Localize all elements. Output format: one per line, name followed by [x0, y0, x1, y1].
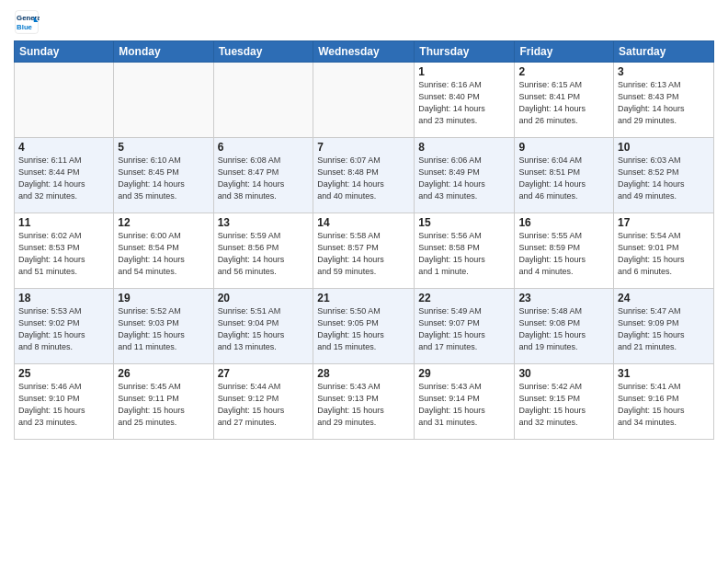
day-number: 26 — [118, 367, 209, 380]
day-number: 3 — [618, 65, 710, 78]
calendar-cell: 16Sunrise: 5:55 AM Sunset: 8:59 PM Dayli… — [515, 213, 614, 289]
day-number: 1 — [418, 65, 510, 78]
day-info: Sunrise: 5:46 AM Sunset: 9:10 PM Dayligh… — [18, 381, 109, 429]
day-number: 21 — [317, 292, 410, 304]
day-info: Sunrise: 5:44 AM Sunset: 9:12 PM Dayligh… — [218, 381, 310, 429]
day-info: Sunrise: 5:56 AM Sunset: 8:58 PM Dayligh… — [418, 230, 510, 278]
calendar-cell: 14Sunrise: 5:58 AM Sunset: 8:57 PM Dayli… — [313, 213, 415, 289]
week-row-4: 18Sunrise: 5:53 AM Sunset: 9:02 PM Dayli… — [15, 289, 714, 364]
calendar-cell — [313, 63, 415, 138]
day-info: Sunrise: 6:03 AM Sunset: 8:52 PM Dayligh… — [618, 155, 710, 202]
weekday-header-tuesday: Tuesday — [213, 41, 313, 63]
day-info: Sunrise: 5:49 AM Sunset: 9:07 PM Dayligh… — [418, 305, 510, 353]
weekday-header-monday: Monday — [114, 41, 213, 63]
day-number: 5 — [118, 141, 209, 154]
calendar-cell: 5Sunrise: 6:10 AM Sunset: 8:45 PM Daylig… — [114, 138, 213, 213]
day-number: 11 — [18, 216, 109, 229]
day-info: Sunrise: 5:48 AM Sunset: 9:08 PM Dayligh… — [518, 305, 609, 353]
day-number: 25 — [18, 367, 109, 380]
day-info: Sunrise: 5:59 AM Sunset: 8:56 PM Dayligh… — [218, 230, 310, 278]
day-info: Sunrise: 5:54 AM Sunset: 9:01 PM Dayligh… — [618, 230, 710, 278]
day-number: 24 — [618, 292, 710, 304]
calendar-cell: 3Sunrise: 6:13 AM Sunset: 8:43 PM Daylig… — [614, 63, 714, 138]
day-info: Sunrise: 5:51 AM Sunset: 9:04 PM Dayligh… — [218, 305, 310, 353]
calendar-cell: 19Sunrise: 5:52 AM Sunset: 9:03 PM Dayli… — [114, 289, 213, 364]
day-number: 22 — [418, 292, 510, 304]
day-number: 9 — [518, 141, 609, 154]
day-number: 7 — [317, 141, 410, 154]
day-info: Sunrise: 5:55 AM Sunset: 8:59 PM Dayligh… — [518, 230, 609, 278]
calendar-cell: 2Sunrise: 6:15 AM Sunset: 8:41 PM Daylig… — [515, 63, 614, 138]
calendar-cell: 30Sunrise: 5:42 AM Sunset: 9:15 PM Dayli… — [515, 364, 614, 440]
day-number: 28 — [317, 367, 410, 380]
day-info: Sunrise: 6:04 AM Sunset: 8:51 PM Dayligh… — [518, 155, 609, 202]
day-number: 31 — [618, 367, 710, 380]
calendar-cell: 22Sunrise: 5:49 AM Sunset: 9:07 PM Dayli… — [415, 289, 515, 364]
calendar-cell: 28Sunrise: 5:43 AM Sunset: 9:13 PM Dayli… — [313, 364, 415, 440]
day-info: Sunrise: 5:58 AM Sunset: 8:57 PM Dayligh… — [317, 230, 410, 278]
day-info: Sunrise: 6:16 AM Sunset: 8:40 PM Dayligh… — [418, 79, 510, 127]
logo: General Blue — [14, 9, 43, 35]
day-info: Sunrise: 5:45 AM Sunset: 9:11 PM Dayligh… — [118, 381, 209, 429]
calendar-cell: 4Sunrise: 6:11 AM Sunset: 8:44 PM Daylig… — [15, 138, 114, 213]
svg-text:Blue: Blue — [17, 23, 33, 31]
calendar-cell: 1Sunrise: 6:16 AM Sunset: 8:40 PM Daylig… — [415, 63, 515, 138]
calendar-cell: 17Sunrise: 5:54 AM Sunset: 9:01 PM Dayli… — [614, 213, 714, 289]
day-number: 27 — [218, 367, 310, 380]
week-row-5: 25Sunrise: 5:46 AM Sunset: 9:10 PM Dayli… — [15, 364, 714, 440]
week-row-2: 4Sunrise: 6:11 AM Sunset: 8:44 PM Daylig… — [15, 138, 714, 213]
calendar-cell: 12Sunrise: 6:00 AM Sunset: 8:54 PM Dayli… — [114, 213, 213, 289]
calendar-cell: 6Sunrise: 6:08 AM Sunset: 8:47 PM Daylig… — [213, 138, 313, 213]
calendar-cell: 20Sunrise: 5:51 AM Sunset: 9:04 PM Dayli… — [213, 289, 313, 364]
day-number: 17 — [618, 216, 710, 229]
day-info: Sunrise: 6:11 AM Sunset: 8:44 PM Dayligh… — [18, 155, 109, 202]
day-info: Sunrise: 6:15 AM Sunset: 8:41 PM Dayligh… — [518, 79, 609, 127]
calendar-cell: 8Sunrise: 6:06 AM Sunset: 8:49 PM Daylig… — [415, 138, 515, 213]
calendar-cell: 10Sunrise: 6:03 AM Sunset: 8:52 PM Dayli… — [614, 138, 714, 213]
week-row-3: 11Sunrise: 6:02 AM Sunset: 8:53 PM Dayli… — [15, 213, 714, 289]
calendar-cell — [15, 63, 114, 138]
day-number: 19 — [118, 292, 209, 304]
weekday-header-row: SundayMondayTuesdayWednesdayThursdayFrid… — [15, 41, 714, 63]
weekday-header-saturday: Saturday — [614, 41, 714, 63]
calendar-cell: 15Sunrise: 5:56 AM Sunset: 8:58 PM Dayli… — [415, 213, 515, 289]
calendar-cell: 25Sunrise: 5:46 AM Sunset: 9:10 PM Dayli… — [15, 364, 114, 440]
day-info: Sunrise: 5:47 AM Sunset: 9:09 PM Dayligh… — [618, 305, 710, 353]
calendar-cell: 13Sunrise: 5:59 AM Sunset: 8:56 PM Dayli… — [213, 213, 313, 289]
day-number: 30 — [518, 367, 609, 380]
day-number: 20 — [218, 292, 310, 304]
day-info: Sunrise: 6:06 AM Sunset: 8:49 PM Dayligh… — [418, 155, 510, 202]
day-info: Sunrise: 6:07 AM Sunset: 8:48 PM Dayligh… — [317, 155, 410, 202]
day-info: Sunrise: 5:42 AM Sunset: 9:15 PM Dayligh… — [518, 381, 609, 429]
calendar-cell: 23Sunrise: 5:48 AM Sunset: 9:08 PM Dayli… — [515, 289, 614, 364]
calendar-table: SundayMondayTuesdayWednesdayThursdayFrid… — [14, 40, 714, 440]
day-number: 8 — [418, 141, 510, 154]
day-info: Sunrise: 5:41 AM Sunset: 9:16 PM Dayligh… — [618, 381, 710, 429]
calendar-cell: 21Sunrise: 5:50 AM Sunset: 9:05 PM Dayli… — [313, 289, 415, 364]
day-number: 14 — [317, 216, 410, 229]
day-number: 4 — [18, 141, 109, 154]
calendar-cell: 11Sunrise: 6:02 AM Sunset: 8:53 PM Dayli… — [15, 213, 114, 289]
day-info: Sunrise: 5:43 AM Sunset: 9:13 PM Dayligh… — [317, 381, 410, 429]
day-number: 13 — [218, 216, 310, 229]
day-number: 2 — [518, 65, 609, 78]
day-info: Sunrise: 6:10 AM Sunset: 8:45 PM Dayligh… — [118, 155, 209, 202]
weekday-header-friday: Friday — [515, 41, 614, 63]
calendar-cell: 31Sunrise: 5:41 AM Sunset: 9:16 PM Dayli… — [614, 364, 714, 440]
day-info: Sunrise: 5:52 AM Sunset: 9:03 PM Dayligh… — [118, 305, 209, 353]
day-info: Sunrise: 6:13 AM Sunset: 8:43 PM Dayligh… — [618, 79, 710, 127]
weekday-header-sunday: Sunday — [15, 41, 114, 63]
day-info: Sunrise: 5:43 AM Sunset: 9:14 PM Dayligh… — [418, 381, 510, 429]
page: General Blue SundayMondayTuesdayWednesda… — [0, 0, 728, 563]
calendar-cell: 29Sunrise: 5:43 AM Sunset: 9:14 PM Dayli… — [415, 364, 515, 440]
day-number: 10 — [618, 141, 710, 154]
day-info: Sunrise: 5:50 AM Sunset: 9:05 PM Dayligh… — [317, 305, 410, 353]
day-number: 15 — [418, 216, 510, 229]
day-info: Sunrise: 6:08 AM Sunset: 8:47 PM Dayligh… — [218, 155, 310, 202]
day-info: Sunrise: 6:00 AM Sunset: 8:54 PM Dayligh… — [118, 230, 209, 278]
logo-icon: General Blue — [14, 9, 40, 35]
header: General Blue — [14, 9, 714, 35]
calendar-cell — [114, 63, 213, 138]
calendar-cell: 26Sunrise: 5:45 AM Sunset: 9:11 PM Dayli… — [114, 364, 213, 440]
calendar-cell: 18Sunrise: 5:53 AM Sunset: 9:02 PM Dayli… — [15, 289, 114, 364]
